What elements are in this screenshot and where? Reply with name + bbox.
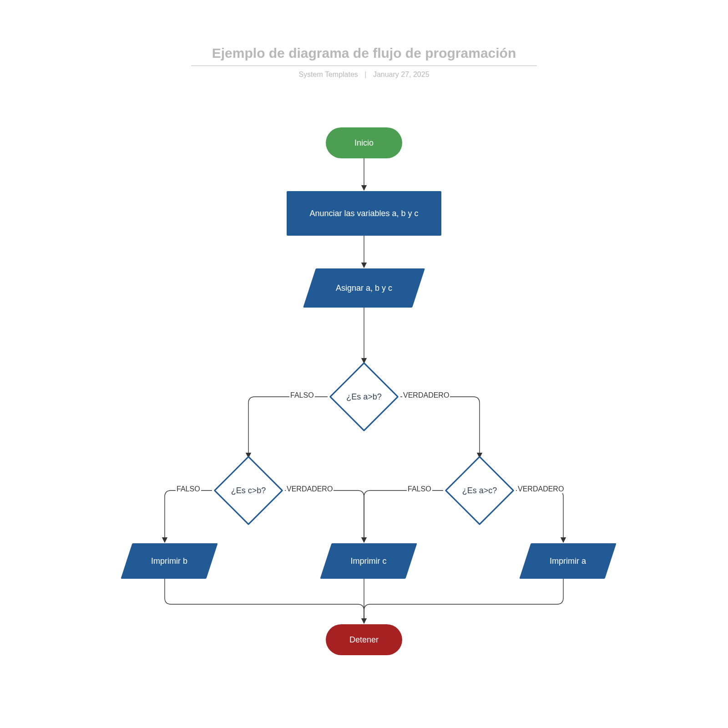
node-decision-ac-label: ¿Es a>c? (455, 466, 504, 515)
edge-label-ab-true: VERDADERO (402, 391, 450, 399)
node-decision-cb-label: ¿Es c>b? (224, 466, 273, 515)
node-declare: Anunciar las variables a, b y c (287, 191, 441, 236)
node-print-b-label: Imprimir b (126, 543, 212, 579)
flowchart-canvas: Inicio Anunciar las variables a, b y c A… (0, 0, 728, 728)
node-print-c: Imprimir c (326, 543, 411, 579)
node-stop: Detener (326, 624, 402, 655)
node-print-c-label: Imprimir c (326, 543, 411, 579)
node-assign: Asignar a, b y c (309, 268, 419, 308)
edge-label-cb-true: VERDADERO (286, 485, 334, 493)
edge-label-cb-false: FALSO (176, 485, 201, 493)
node-stop-label: Detener (349, 635, 379, 645)
node-decision-cb: ¿Es c>b? (224, 466, 273, 515)
edge-label-ab-false: FALSO (289, 391, 315, 399)
node-decision-ac: ¿Es a>c? (455, 466, 504, 515)
edge-label-ac-true: VERDADERO (517, 485, 565, 493)
node-start: Inicio (326, 127, 402, 158)
node-decision-ab: ¿Es a>b? (339, 372, 389, 421)
node-declare-label: Anunciar las variables a, b y c (309, 209, 418, 218)
node-decision-ab-label: ¿Es a>b? (339, 372, 389, 421)
node-print-a: Imprimir a (525, 543, 611, 579)
node-assign-label: Asignar a, b y c (309, 268, 419, 308)
node-start-label: Inicio (354, 138, 374, 148)
edge-label-ac-false: FALSO (407, 485, 432, 493)
node-print-a-label: Imprimir a (525, 543, 611, 579)
node-print-b: Imprimir b (126, 543, 212, 579)
